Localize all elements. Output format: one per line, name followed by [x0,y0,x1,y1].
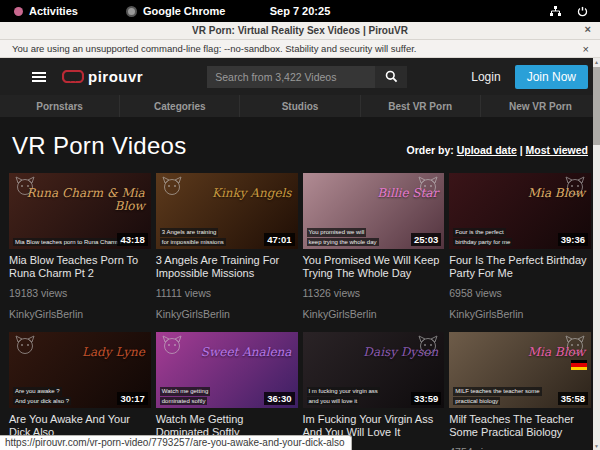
video-title-link[interactable]: Mia Blow Teaches Porn To Runa Charm Pt 2 [9,254,151,280]
clock[interactable]: Sep 7 20:25 [0,5,600,17]
nav-item-new-vr[interactable]: New VR Porn [480,95,600,117]
order-separator: | [520,144,523,156]
link-status-bar: https://pirouvr.com/vr-porn-video/779325… [0,435,352,450]
warning-close-icon[interactable]: × [583,43,589,55]
order-by: Order by: Upload date | Most viewed [406,144,588,156]
video-grid: Runa Charm & Mia Blow Mia Blow teaches p… [9,173,591,450]
active-app-button[interactable]: Google Chrome [126,5,226,17]
search-input[interactable] [207,66,375,88]
video-studio-link[interactable]: KinkyGirlsBerlin [156,308,298,320]
nav-item-categories[interactable]: Categories [119,95,239,117]
thumbnail-overlay-name: Mia Blow [455,346,585,359]
warning-infobar: You are using an unsupported command-lin… [0,40,600,58]
duration-badge: 35:58 [558,392,588,405]
page-title: VR Porn Videos [12,132,187,160]
thumbnail-overlay-name: Daisy Dyson [309,346,439,359]
video-thumbnail[interactable]: Kinky Angels 3 Angels are trainingfor im… [156,173,298,249]
page-viewport: pirouvr Login Join Now Pornstars Categor… [0,58,600,450]
video-card: Billie Star You promised we willkeep try… [303,173,445,332]
warning-text: You are using an unsupported command-lin… [12,43,417,54]
site-logo[interactable]: pirouvr [62,68,143,85]
order-most-viewed-link[interactable]: Most viewed [526,144,588,156]
duration-badge: 39:36 [558,233,588,246]
thumbnail-captions: Watch me gettingdominated softly [160,387,210,405]
scroll-down-icon[interactable]: ▼ [593,443,600,449]
search-button[interactable] [375,66,407,88]
scrollbar-thumb[interactable] [593,67,600,145]
tab-close-icon[interactable]: × [585,23,591,35]
duration-badge: 43:18 [117,233,147,246]
chrome-icon [126,6,137,17]
video-thumbnail[interactable]: Sweet Analena Watch me gettingdominated … [156,332,298,408]
video-thumbnail[interactable]: Mia Blow Four is the perfectbirthday par… [449,173,591,249]
thumbnail-captions: 3 Angels are trainingfor impossible miss… [160,228,226,246]
thumbnail-overlay-name: Sweet Analena [162,346,292,359]
video-thumbnail[interactable]: Lady Lyne Are you awake ?And your dick a… [9,332,151,408]
nav-item-studios[interactable]: Studios [239,95,359,117]
join-now-button[interactable]: Join Now [515,65,588,89]
main-nav: Pornstars Categories Studios Best VR Por… [0,95,600,117]
order-upload-date-link[interactable]: Upload date [457,144,517,156]
duration-badge: 30:17 [117,392,147,405]
thumbnail-captions: Are you awake ?And your dick also ? [13,387,71,405]
browser-titlebar: VR Porn: Virtual Reality Sex Videos | Pi… [0,22,600,40]
thumbnail-captions: Four is the perfectbirthday party for me [453,228,512,246]
scroll-up-icon[interactable]: ▲ [593,59,600,65]
activities-button[interactable]: Activities [14,5,78,17]
thumbnail-captions: You promised we willkeep trying the whol… [307,228,379,246]
video-card: Kinky Angels 3 Angels are trainingfor im… [156,173,298,332]
duration-badge: 25:03 [411,233,441,246]
activities-label: Activities [29,5,78,17]
video-thumbnail[interactable]: Daisy Dyson I m fucking your virgin assa… [303,332,445,408]
duration-badge: 33:59 [411,392,441,405]
video-thumbnail[interactable]: Billie Star You promised we willkeep try… [303,173,445,249]
video-views: 19183 views [9,287,151,299]
search-bar [207,66,407,88]
duration-badge: 47:01 [264,233,294,246]
video-card: Daisy Dyson I m fucking your virgin assa… [303,332,445,450]
video-views: 11111 views [156,287,298,299]
video-thumbnail[interactable]: Runa Charm & Mia Blow Mia Blow teaches p… [9,173,151,249]
page-content: VR Porn Videos Order by: Upload date | M… [0,132,600,450]
browser-tab-title: VR Porn: Virtual Reality Sex Videos | Pi… [192,25,408,36]
os-taskbar: Activities Google Chrome Sep 7 20:25 [0,0,600,22]
video-title-link[interactable]: Milf Teaches The Teacher Some Practical … [449,413,591,439]
activities-dot-icon [14,7,23,16]
nav-item-pornstars[interactable]: Pornstars [0,95,119,117]
video-studio-link[interactable]: KinkyGirlsBerlin [449,308,591,320]
power-icon[interactable] [577,6,588,17]
thumbnail-captions: I m fucking your virgin assand you will … [307,387,380,405]
active-app-label: Google Chrome [143,5,226,17]
duration-badge: 36:30 [264,392,294,405]
video-card: Mia Blow Four is the perfectbirthday par… [449,173,591,332]
video-studio-link[interactable]: KinkyGirlsBerlin [303,308,445,320]
site-header: pirouvr Login Join Now [0,58,600,95]
thumbnail-overlay-name: Lady Lyne [15,346,145,359]
video-title-link[interactable]: You Promised We Will Keep Trying The Who… [303,254,445,280]
video-card: Lady Lyne Are you awake ?And your dick a… [9,332,151,450]
video-title-link[interactable]: 3 Angels Are Training For Impossible Mis… [156,254,298,280]
network-icon[interactable] [550,6,561,17]
logo-text: pirouvr [88,68,143,85]
video-studio-link[interactable]: KinkyGirlsBerlin [9,308,151,320]
page-scrollbar[interactable]: ▲ ▼ [593,58,600,450]
german-flag-icon [571,360,587,370]
order-by-label: Order by: [406,144,453,156]
login-link[interactable]: Login [471,70,500,84]
video-title-link[interactable]: Four Is The Perfect Birthday Party For M… [449,254,591,280]
thumbnail-overlay-name: Billie Star [309,187,439,200]
video-views: 11326 views [303,287,445,299]
video-card: Runa Charm & Mia Blow Mia Blow teaches p… [9,173,151,332]
nav-item-best-vr[interactable]: Best VR Porn [360,95,480,117]
video-views: 6958 views [449,287,591,299]
search-icon [385,70,398,83]
video-views: 4754 views [449,446,591,450]
video-card: Sweet Analena Watch me gettingdominated … [156,332,298,450]
video-thumbnail[interactable]: Mia Blow MILF teaches the teacher somepr… [449,332,591,408]
vr-goggles-icon [62,70,84,83]
thumbnail-overlay-name: Runa Charm & Mia Blow [15,187,145,212]
thumbnail-overlay-name: Kinky Angels [162,187,292,200]
thumbnail-captions: MILF teaches the teacher somepractical b… [453,387,541,405]
menu-hamburger-icon[interactable] [32,70,46,84]
thumbnail-captions: Mia Blow teaches porn to Runa Charm Pt 2 [13,238,132,246]
